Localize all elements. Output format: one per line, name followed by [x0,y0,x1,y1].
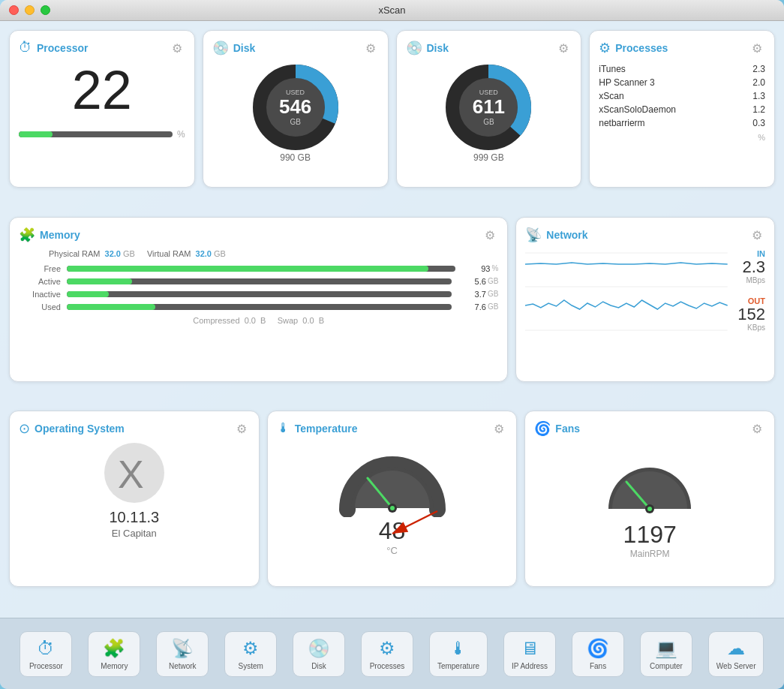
memory-title: Memory [40,229,80,241]
temp-svg [336,442,449,517]
temp-icon: 🌡 [277,420,290,436]
temp-settings-icon[interactable]: ⚙ [494,422,507,435]
toolbar-processor[interactable]: ⏱ Processor [20,631,72,677]
memory-settings-icon[interactable]: ⚙ [485,228,498,242]
toolbar-computer[interactable]: 💻 Computer [640,631,692,677]
close-button[interactable] [9,5,19,15]
used-fill [67,304,155,310]
proc-name-4: netbarrierm [599,118,644,128]
free-value: 93 [460,264,490,273]
svg-text:X: X [118,453,144,495]
active-unit: GB [488,277,498,285]
fans-unit: RPM [650,549,670,559]
toolbar-computer-icon: 💻 [655,638,677,659]
toolbar-system-icon: ⚙ [242,638,259,659]
fans-settings-icon[interactable]: ⚙ [752,422,765,435]
free-label: Free [19,264,61,273]
toolbar-memory[interactable]: 🧩 Memory [88,631,140,677]
maximize-button[interactable] [41,5,50,15]
proc-row-2: xScan 1.3 [599,89,765,103]
network-in-unit: MBps [737,276,765,284]
toolbar-disk-label: Disk [311,662,326,670]
toolbar-web-server[interactable]: ☁ Web Server [708,631,764,677]
used-label: Used [19,302,61,311]
toolbar-system[interactable]: ⚙ System [224,631,277,677]
physical-ram-value: 32.0 [105,249,121,258]
disk2-used-value: 611 [473,96,505,118]
disk2-donut-wrap: USED 611 GB [443,62,533,152]
processor-header: ⏱ Processor ⚙ [19,40,185,56]
processes-unit: % [599,133,765,142]
processes-settings-icon[interactable]: ⚙ [752,41,765,55]
toolbar-processes-label: Processes [370,662,405,670]
disk2-card: 💿 Disk ⚙ USED 611 [396,30,582,188]
network-svg [525,249,728,332]
disk2-total: 999 GB [473,152,504,163]
row-1: ⏱ Processor ⚙ 22 % 💿 [9,30,775,188]
toolbar-temperature[interactable]: 🌡 Temperature [429,631,488,677]
inactive-unit: GB [488,290,498,298]
toolbar-web-server-label: Web Server [716,662,756,670]
processor-progress: % [19,129,185,140]
network-in-label: IN [737,249,765,258]
toolbar-fans-label: Fans [590,662,606,670]
os-header: ⊙ Operating System ⚙ [19,420,250,437]
os-card: ⊙ Operating System ⚙ X 10.11.3 El Capita… [9,411,260,587]
proc-name-1: HP Scanner 3 [599,77,655,88]
os-version: 10.11.3 [19,509,250,526]
titlebar: xScan [0,0,784,21]
processor-track [19,131,173,137]
toolbar-fans-icon: 🌀 [587,638,609,659]
toolbar-network-icon: 📡 [171,638,194,659]
temp-value: 48 [379,517,406,545]
physical-ram-unit: GB [123,249,135,258]
fans-gauge: 1197 Main RPM [534,443,765,559]
toolbar-processor-label: Processor [29,662,63,670]
disk1-donut: USED 546 GB 990 GB [212,62,379,163]
os-settings-icon[interactable]: ⚙ [236,422,250,435]
proc-val-0: 2.3 [752,64,765,74]
proc-row-4: netbarrierm 0.3 [599,116,765,130]
network-out-value: 152 [737,305,765,323]
toolbar-disk-icon: 💿 [308,638,330,659]
toolbar-computer-label: Computer [650,662,683,670]
free-track [67,266,455,272]
row-2: 🧩 Memory ⚙ Physical RAM 32.0 GB Virtual … [9,217,775,382]
processor-settings-icon[interactable]: ⚙ [172,41,185,55]
proc-val-1: 2.0 [752,77,765,88]
proc-row-0: iTunes 2.3 [599,62,765,76]
fans-label-row: Main RPM [630,549,670,559]
toolbar-processes[interactable]: ⚙ Processes [361,631,413,677]
proc-name-3: xScanSoloDaemon [599,104,676,115]
toolbar-processor-icon: ⏱ [37,638,55,659]
fans-label: Main [630,549,650,559]
active-label: Active [19,277,61,286]
toolbar-temperature-label: Temperature [437,662,479,670]
disk1-settings-icon[interactable]: ⚙ [365,41,379,55]
free-unit: % [491,264,498,272]
network-out-unit: KBps [737,323,765,332]
os-name: El Capitan [19,528,250,539]
disk2-settings-icon[interactable]: ⚙ [558,41,572,55]
minimize-button[interactable] [25,5,35,15]
proc-val-4: 0.3 [752,118,765,128]
toolbar-processes-icon: ⚙ [379,638,395,659]
used-unit: GB [488,302,498,311]
network-card: 📡 Network ⚙ [515,217,775,382]
physical-ram-label: Physical RAM 32.0 GB [49,249,135,258]
fans-value: 1197 [623,521,677,549]
disk1-title: Disk [233,42,256,54]
toolbar-disk[interactable]: 💿 Disk [293,631,345,677]
os-icon-wrap: X [19,443,250,503]
mem-bar-inactive: Inactive 3.7 GB [19,290,498,299]
used-track [67,304,452,310]
toolbar-network[interactable]: 📡 Network [156,631,209,677]
temp-unit: °C [386,545,398,556]
toolbar-fans[interactable]: 🌀 Fans [572,631,624,677]
used-value: 7.6 [456,302,486,311]
active-track [67,278,452,284]
toolbar-ip-address[interactable]: 🖥 IP Address [503,631,556,677]
temp-title: Temperature [295,423,358,435]
disk2-title: Disk [427,42,449,54]
network-settings-icon[interactable]: ⚙ [752,228,765,242]
